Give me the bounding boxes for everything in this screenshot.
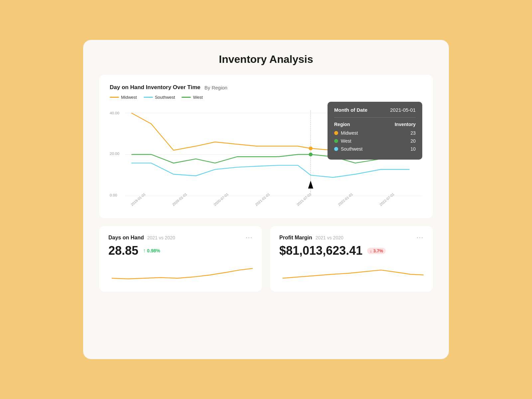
profit-margin-value: $81,013,623.41 — [279, 244, 362, 258]
x-label-5: 2021-07-01 — [296, 192, 312, 206]
tooltip-header-value: 2021-05-01 — [390, 107, 416, 113]
tooltip-dot-west — [334, 139, 338, 143]
days-on-hand-badge-value: 0.98% — [147, 248, 160, 253]
bottom-cards: Days on Hand 2021 vs 2020 ··· 28.85 ↑ 0.… — [99, 226, 433, 292]
tooltip-header-label: Month of Date — [334, 107, 367, 113]
profit-margin-period: 2021 vs 2020 — [316, 235, 343, 240]
tooltip-row-southwest: Southwest 10 — [334, 146, 416, 152]
profit-margin-header: Profit Margin 2021 vs 2020 ··· — [279, 234, 424, 241]
west-dot — [309, 153, 313, 157]
legend-item-southwest: Southwest — [144, 95, 175, 100]
tooltip-region-west: West — [341, 138, 351, 144]
chart-header: Day on Hand Inventory Over Time By Regio… — [110, 84, 422, 91]
days-on-hand-sparkline — [108, 262, 253, 285]
days-on-hand-header: Days on Hand 2021 vs 2020 ··· — [108, 234, 253, 241]
tooltip-divider — [334, 117, 416, 118]
chart-subtitle: By Region — [204, 85, 227, 90]
main-chart-card: Day on Hand Inventory Over Time By Regio… — [99, 75, 433, 218]
cursor-arrow — [308, 181, 313, 189]
y-label-20: 20.00 — [110, 152, 119, 156]
legend-line-southwest — [144, 97, 153, 98]
days-on-hand-title: Days on Hand — [108, 235, 144, 241]
legend-label-midwest: Midwest — [121, 95, 137, 100]
sparkline-line-1 — [112, 268, 253, 279]
days-on-hand-card: Days on Hand 2021 vs 2020 ··· 28.85 ↑ 0.… — [99, 226, 262, 292]
y-label-0: 0.00 — [110, 193, 117, 197]
legend-label-southwest: Southwest — [155, 95, 175, 100]
tooltip-row-midwest: Midwest 23 — [334, 130, 416, 136]
tooltip-value-southwest: 10 — [410, 146, 416, 152]
tooltip-value-midwest: 23 — [410, 130, 416, 136]
days-on-hand-menu[interactable]: ··· — [246, 234, 253, 241]
chart-title: Day on Hand Inventory Over Time — [110, 84, 200, 91]
tooltip-row-west: West 20 — [334, 138, 416, 144]
y-label-40: 40.00 — [110, 111, 119, 115]
x-label-3: 2020-07-01 — [213, 192, 229, 206]
page-title: Inventory Analysis — [99, 53, 433, 66]
legend-item-west: West — [182, 95, 202, 100]
x-label-2: 2020-01-01 — [171, 192, 188, 206]
legend-line-west — [182, 97, 191, 98]
legend-line-midwest — [110, 97, 119, 98]
profit-margin-badge: ↓ 3.7% — [367, 248, 386, 254]
profit-margin-title: Profit Margin — [279, 235, 312, 241]
tooltip-dot-southwest — [334, 147, 338, 151]
legend-label-west: West — [193, 95, 202, 100]
x-label-7: 2022-07-01 — [379, 192, 395, 206]
days-on-hand-badge: ↑ 0.98% — [143, 248, 160, 254]
tooltip-col-inventory: Inventory — [395, 122, 416, 127]
days-on-hand-period: 2021 vs 2020 — [147, 235, 175, 240]
tooltip-col-region: Region — [334, 122, 350, 127]
x-label-1: 2019-01-01 — [130, 192, 146, 206]
legend-item-midwest: Midwest — [110, 95, 137, 100]
profit-margin-sparkline — [279, 262, 424, 285]
tooltip-value-west: 20 — [410, 138, 416, 144]
chart-tooltip: Month of Date 2021-05-01 Region Inventor… — [328, 102, 422, 160]
tooltip-col-headers: Region Inventory — [334, 122, 416, 127]
profit-margin-card: Profit Margin 2021 vs 2020 ··· $81,013,6… — [270, 226, 433, 292]
tooltip-header: Month of Date 2021-05-01 — [334, 107, 416, 113]
dashboard: Inventory Analysis Day on Hand Inventory… — [83, 40, 449, 359]
tooltip-region-midwest: Midwest — [341, 130, 358, 136]
tooltip-dot-midwest — [334, 131, 338, 135]
southwest-line — [131, 163, 409, 177]
up-arrow-icon: ↑ — [143, 248, 146, 254]
main-chart-area: 40.00 20.00 0.00 2019-01-01 2020-01-01 2… — [110, 105, 422, 211]
x-label-4: 2021-01-01 — [254, 192, 271, 206]
down-arrow-icon: ↓ — [370, 248, 372, 253]
sparkline-line-2 — [283, 270, 424, 278]
profit-margin-metric: $81,013,623.41 ↓ 3.7% — [279, 244, 424, 258]
chart-legend: Midwest Southwest West — [110, 95, 422, 100]
days-on-hand-metric: 28.85 ↑ 0.98% — [108, 244, 253, 258]
tooltip-region-southwest: Southwest — [341, 146, 362, 152]
sparkline-svg-2 — [279, 262, 424, 285]
sparkline-svg-1 — [108, 262, 253, 285]
midwest-dot — [309, 147, 313, 151]
profit-margin-menu[interactable]: ··· — [417, 234, 424, 241]
x-label-6: 2022-01-01 — [337, 192, 353, 206]
profit-margin-badge-value: 3.7% — [373, 248, 383, 253]
days-on-hand-value: 28.85 — [108, 244, 138, 258]
